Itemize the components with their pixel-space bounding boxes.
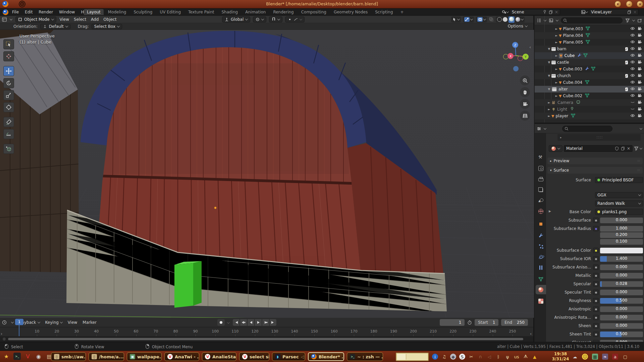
taskbar-window-select-si-[interactable]: Vselect si... <box>239 352 269 361</box>
end-frame-field[interactable]: End 250 <box>501 319 528 326</box>
annotate-tool[interactable] <box>3 117 14 127</box>
jump-to-start-button[interactable] <box>233 319 239 326</box>
properties-tab-tool[interactable] <box>536 152 546 162</box>
weather-icon[interactable]: ☁ <box>572 354 578 360</box>
expand-arrow[interactable]: ► <box>555 54 558 57</box>
editor-type-icon[interactable] <box>2 17 7 22</box>
workspace-tab-layout[interactable]: Layout <box>84 9 104 15</box>
socket-button[interactable] <box>593 256 599 261</box>
pivot-point-dropdown[interactable] <box>253 16 266 22</box>
workspace-tab-uv-editing[interactable]: UV Editing <box>157 9 184 15</box>
display-mode-icon[interactable] <box>549 18 553 23</box>
timeline-expand-arrow-right[interactable]: ‹ <box>530 331 532 336</box>
viewlayer-selector[interactable]: ViewLayer × <box>581 9 639 15</box>
zoom-button[interactable] <box>520 75 530 85</box>
property-dropdown[interactable]: Random Walk <box>595 200 643 206</box>
expand-arrow[interactable]: ► <box>547 108 551 111</box>
property-value-field[interactable]: 1.000 <box>600 226 643 232</box>
taskbar-window-wallpape-[interactable]: ▣wallpape... <box>127 352 162 361</box>
music-icon[interactable]: ♫ <box>441 354 447 360</box>
disable-render-toggle[interactable] <box>637 26 642 32</box>
outliner-item-light[interactable]: ►Light <box>535 106 644 113</box>
disable-render-toggle[interactable] <box>637 80 642 85</box>
overlays-toggle[interactable] <box>476 16 487 22</box>
terminal-launcher[interactable]: >_ <box>13 353 21 360</box>
bluetooth-icon[interactable]: ᛒ <box>495 354 501 360</box>
socket-button[interactable] <box>593 226 599 231</box>
camera-view-button[interactable] <box>520 99 530 109</box>
snap-magnet-toggle[interactable] <box>269 16 282 22</box>
expand-arrow[interactable]: ► <box>547 114 551 118</box>
socket-button[interactable] <box>593 281 599 287</box>
properties-editor-icon[interactable] <box>537 126 541 131</box>
hide-viewport-toggle[interactable] <box>630 66 635 72</box>
timeline-scroll-knob[interactable] <box>3 338 6 341</box>
window-titlebar[interactable]: Blender* [/home/amalie/Desktop/blender/b… <box>0 0 644 8</box>
property-value-field[interactable]: 0.500 <box>600 298 643 304</box>
play-reverse-button[interactable] <box>248 319 254 326</box>
expand-arrow[interactable]: ▼ <box>547 87 551 91</box>
disable-render-toggle[interactable] <box>637 66 642 72</box>
wireframe-shading-button[interactable] <box>497 17 502 22</box>
socket-button[interactable] <box>593 323 599 328</box>
material-name-field[interactable]: Material × <box>564 145 633 152</box>
surface-panel-header[interactable]: ▾Surface∷ <box>547 167 643 174</box>
property-value-field[interactable]: 0.000 <box>600 218 643 223</box>
workspace-tab-animation[interactable]: Animation <box>242 9 269 15</box>
workspace-tab-rendering[interactable]: Rendering <box>270 9 297 15</box>
blender-logo-icon[interactable] <box>3 9 8 15</box>
smiley-icon[interactable]: ☺ <box>582 354 588 360</box>
hide-viewport-toggle[interactable] <box>630 33 635 39</box>
auto-key-record-button[interactable] <box>217 319 225 326</box>
socket-button[interactable] <box>593 298 599 303</box>
use-preview-range-icon[interactable] <box>467 320 472 325</box>
tweak-select-tool[interactable] <box>3 39 14 49</box>
workspace-tab-compositing[interactable]: Compositing <box>298 9 329 15</box>
scale-tool[interactable] <box>3 90 14 100</box>
property-menu-field[interactable]: Principled BSDF <box>595 177 643 183</box>
material-preview-button[interactable] <box>508 16 515 23</box>
property-value-field[interactable]: 0.000 <box>600 315 643 320</box>
copy-icon[interactable] <box>549 10 553 14</box>
socket-button[interactable] <box>593 315 599 320</box>
hide-viewport-toggle[interactable] <box>630 46 635 52</box>
collection-checkbox[interactable]: ✓ <box>625 87 628 92</box>
menu-file[interactable]: File <box>12 10 19 14</box>
hide-viewport-toggle[interactable] <box>630 93 635 99</box>
transform-orientation-dropdown[interactable]: Global <box>222 16 250 22</box>
sidebar-collapse-arrow[interactable]: ‹ <box>529 45 531 50</box>
outliner-item-cube.003[interactable]: ►▼Cube.003 <box>535 66 644 72</box>
new-collection-icon[interactable] <box>637 18 642 23</box>
workspace-tab-geometry-nodes[interactable]: Geometry Nodes <box>331 9 371 15</box>
properties-tab-scene[interactable] <box>536 196 546 205</box>
timeline-menu-keying[interactable]: Keying <box>45 320 62 325</box>
properties-tab-viewlayer[interactable] <box>536 185 546 194</box>
properties-tab-texture[interactable] <box>536 296 546 306</box>
outliner-item-camera[interactable]: ►Camera <box>535 99 644 106</box>
solid-shading-button[interactable] <box>503 17 507 22</box>
outliner-item-plane.003[interactable]: ►▼Plane.003 <box>535 25 644 32</box>
timeline-menu-view[interactable]: View <box>68 320 77 325</box>
socket-button[interactable] <box>593 273 599 278</box>
plum-icon[interactable]: ❧ <box>602 354 608 360</box>
unlink-material-icon[interactable]: × <box>627 146 630 151</box>
hide-viewport-toggle[interactable] <box>630 53 635 59</box>
properties-tab-render[interactable] <box>536 164 546 173</box>
hide-viewport-toggle[interactable] <box>630 100 635 106</box>
menu-render[interactable]: Render <box>39 10 53 14</box>
expand-arrow[interactable]: ▼ <box>547 47 551 51</box>
viewport-3d[interactable]: Object Mode ViewSelectAddObject Global <box>0 16 534 318</box>
outliner-item-cube.002[interactable]: ►▼Cube.002 <box>535 93 644 99</box>
info-icon[interactable]: i <box>432 354 438 360</box>
taskbar-window--zsh-[interactable]: >_~ : zsh — ... <box>347 352 383 361</box>
properties-tab-constraints[interactable] <box>536 263 546 272</box>
property-value-field[interactable]: 1.400 <box>600 256 643 262</box>
unlink-icon[interactable]: × <box>555 10 558 14</box>
properties-tab-particles[interactable] <box>536 241 546 251</box>
wifi-icon[interactable]: ᗑ <box>523 354 529 360</box>
expand-arrow[interactable]: ► <box>547 101 551 104</box>
taskbar-window--home-a-[interactable]: ▯/home/a... <box>89 352 124 361</box>
pin-icon[interactable] <box>543 10 547 14</box>
disable-render-toggle[interactable] <box>637 53 642 59</box>
disable-render-toggle[interactable] <box>637 73 642 79</box>
